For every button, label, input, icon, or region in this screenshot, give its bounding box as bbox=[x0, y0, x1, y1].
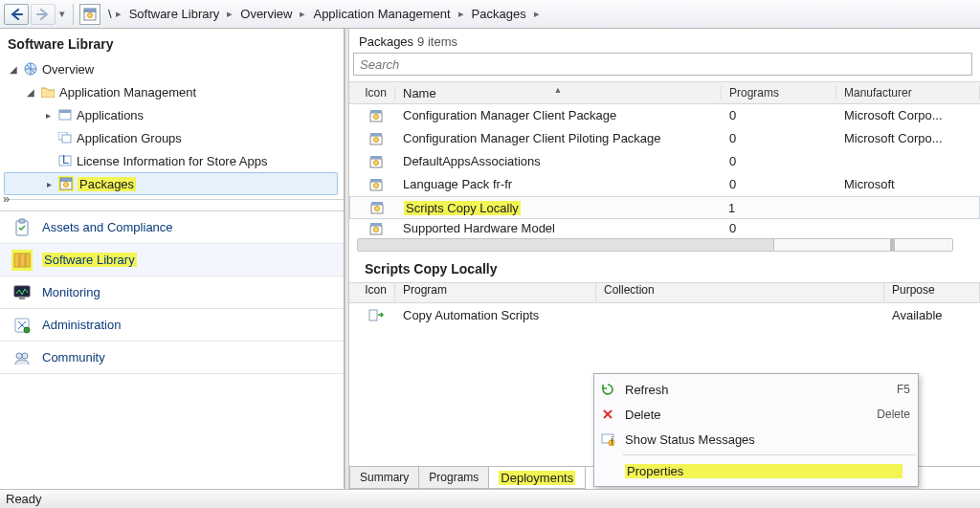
deployment-row[interactable]: Copy Automation Scripts Available bbox=[349, 303, 980, 326]
monitor-icon bbox=[11, 282, 33, 303]
workspace-label: Community bbox=[42, 350, 105, 364]
admin-icon bbox=[11, 315, 33, 336]
cell-manufacturer: Microsoft Corpo... bbox=[836, 131, 980, 145]
search-input[interactable] bbox=[353, 53, 972, 76]
chevron-right-icon: ▸ bbox=[225, 8, 234, 20]
workspace-assets-compliance[interactable]: Assets and Compliance bbox=[0, 211, 344, 244]
svg-point-12 bbox=[64, 183, 69, 188]
cell-name: Configuration Manager Client Package bbox=[395, 108, 722, 122]
collapse-icon[interactable]: ◢ bbox=[25, 87, 36, 98]
package-icon bbox=[349, 132, 395, 145]
table-row[interactable]: Scripts Copy Locally 1 bbox=[349, 196, 980, 219]
context-menu-separator bbox=[623, 454, 916, 455]
sort-asc-icon: ▲ bbox=[554, 85, 563, 95]
breadcrumb-root-slash: \ bbox=[102, 7, 112, 21]
expand-icon[interactable]: ▸ bbox=[43, 179, 55, 189]
svg-point-38 bbox=[375, 207, 380, 211]
cell-name: Scripts Copy Locally bbox=[396, 201, 721, 215]
globe-icon bbox=[23, 61, 38, 77]
workspace-monitoring[interactable]: Monitoring bbox=[0, 276, 344, 309]
column-header-programs[interactable]: Programs bbox=[722, 86, 836, 99]
tree-node-label: Applications bbox=[77, 108, 144, 122]
context-menu-label: Show Status Messages bbox=[625, 432, 902, 447]
breadcrumb-segment[interactable]: Software Library bbox=[123, 4, 226, 25]
table-row[interactable]: Configuration Manager Client Package 0 M… bbox=[349, 104, 980, 127]
main-content: Software Library ◢ Overview ◢ Applicatio… bbox=[0, 29, 980, 489]
expand-icon[interactable]: ▸ bbox=[42, 110, 54, 121]
path-root-icon[interactable] bbox=[79, 4, 100, 25]
separator bbox=[73, 4, 74, 25]
search-row bbox=[349, 53, 980, 81]
column-header-label: Name bbox=[403, 86, 436, 100]
chevron-right-icon: ▸ bbox=[457, 8, 466, 20]
column-header-manufacturer[interactable]: Manufacturer bbox=[836, 86, 980, 99]
svg-point-22 bbox=[16, 353, 22, 359]
navbar: ▾ \ ▸ Software Library ▸ Overview ▸ Appl… bbox=[0, 0, 980, 29]
list-title: Packages bbox=[359, 34, 413, 49]
breadcrumb-segment[interactable]: Packages bbox=[466, 4, 532, 25]
tab-programs[interactable]: Programs bbox=[419, 467, 489, 489]
status-messages-icon: i bbox=[598, 430, 617, 449]
tree-node-label: License Information for Store Apps bbox=[77, 154, 267, 168]
context-menu-show-status-messages[interactable]: i Show Status Messages bbox=[594, 427, 918, 452]
package-icon bbox=[83, 8, 97, 21]
breadcrumb-segment[interactable]: Application Management bbox=[307, 4, 456, 25]
svg-rect-31 bbox=[370, 156, 382, 159]
cell-programs: 0 bbox=[722, 108, 836, 122]
collapse-icon[interactable]: ◢ bbox=[8, 64, 19, 75]
app-group-icon bbox=[57, 130, 73, 145]
cell-programs: 0 bbox=[722, 221, 836, 235]
breadcrumb-segment[interactable]: Overview bbox=[234, 4, 298, 25]
collapse-panel-icon[interactable]: » bbox=[3, 191, 10, 206]
table-row[interactable]: Configuration Manager Client Piloting Pa… bbox=[349, 127, 980, 150]
tree-node-overview[interactable]: ◢ Overview bbox=[4, 57, 344, 80]
tree-node-applications[interactable]: ▸ Applications bbox=[4, 103, 344, 126]
column-header-collection[interactable]: Collection bbox=[596, 283, 884, 302]
column-header-program[interactable]: Program bbox=[395, 283, 596, 302]
history-dropdown-icon[interactable]: ▾ bbox=[57, 8, 67, 20]
tab-deployments[interactable]: Deployments bbox=[489, 467, 586, 489]
context-menu-refresh[interactable]: Refresh F5 bbox=[594, 377, 918, 402]
tree-node-license-info[interactable]: L License Information for Store Apps bbox=[4, 149, 344, 172]
left-panel: Software Library ◢ Overview ◢ Applicatio… bbox=[0, 29, 345, 489]
column-header-purpose[interactable]: Purpose bbox=[884, 283, 980, 302]
table-row[interactable]: Language Pack fr-fr 0 Microsoft bbox=[349, 173, 980, 196]
tree-node-application-management[interactable]: ◢ Application Management bbox=[4, 80, 344, 103]
scrollbar-thumb[interactable] bbox=[358, 239, 774, 251]
cell-programs: 0 bbox=[722, 177, 836, 191]
chevron-right-icon: ▸ bbox=[114, 8, 123, 20]
svg-rect-40 bbox=[370, 223, 382, 226]
workspace-community[interactable]: Community bbox=[0, 342, 344, 374]
workspace-administration[interactable]: Administration bbox=[0, 309, 344, 342]
delete-icon bbox=[598, 405, 617, 424]
package-icon bbox=[349, 222, 395, 235]
svg-point-23 bbox=[22, 353, 28, 359]
table-row[interactable]: DefaultAppsAssociations 0 bbox=[349, 150, 980, 173]
package-icon bbox=[350, 201, 396, 214]
cell-name: Configuration Manager Client Piloting Pa… bbox=[395, 131, 722, 145]
package-icon bbox=[349, 178, 395, 191]
context-menu-label: Refresh bbox=[625, 383, 889, 397]
svg-point-29 bbox=[374, 137, 379, 142]
workspace-software-library[interactable]: Software Library bbox=[0, 244, 344, 276]
arrow-right-icon bbox=[36, 9, 50, 20]
forward-button[interactable] bbox=[31, 4, 56, 25]
tree-node-application-groups[interactable]: Application Groups bbox=[4, 126, 344, 149]
column-header-name[interactable]: Name▲ bbox=[395, 86, 722, 100]
chevron-right-icon: ▸ bbox=[298, 8, 307, 20]
svg-rect-37 bbox=[371, 202, 383, 205]
refresh-icon bbox=[598, 380, 617, 399]
back-button[interactable] bbox=[4, 4, 29, 25]
workspace-label: Monitoring bbox=[42, 285, 100, 299]
svg-rect-14 bbox=[19, 219, 25, 223]
context-menu-delete[interactable]: Delete Delete bbox=[594, 402, 918, 427]
tree-node-packages[interactable]: ▸ Packages bbox=[4, 172, 338, 195]
tab-summary[interactable]: Summary bbox=[349, 467, 419, 489]
context-menu-properties[interactable]: Properties bbox=[594, 458, 918, 483]
table-row[interactable]: Supported Hardware Model 0 bbox=[349, 219, 980, 238]
column-header-icon[interactable]: Icon bbox=[349, 283, 395, 302]
navigation-tree: Software Library ◢ Overview ◢ Applicatio… bbox=[0, 29, 344, 210]
column-header-icon[interactable]: Icon bbox=[349, 86, 395, 99]
horizontal-scrollbar[interactable] bbox=[357, 238, 953, 252]
cell-manufacturer: Microsoft bbox=[836, 177, 980, 191]
